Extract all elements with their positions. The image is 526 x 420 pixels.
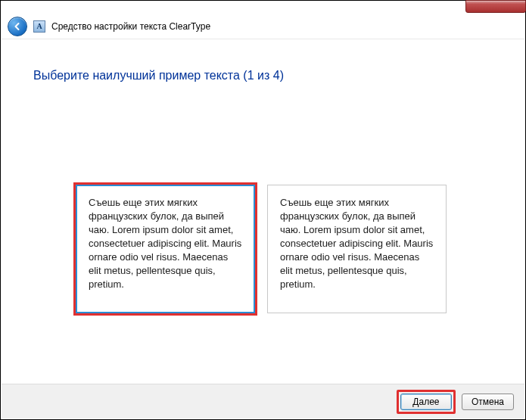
page-heading: Выберите наилучший пример текста (1 из 4… xyxy=(33,69,284,82)
header-bar: A Средство настройки текста ClearType xyxy=(2,14,524,39)
next-button[interactable]: Далее xyxy=(400,394,452,410)
footer-bar: Далее Отмена xyxy=(2,384,524,418)
cancel-button[interactable]: Отмена xyxy=(462,394,514,410)
text-sample-1[interactable]: Съешь еще этих мягких французских булок,… xyxy=(76,185,255,313)
back-button[interactable] xyxy=(8,17,27,36)
window-title: Средство настройки текста ClearType xyxy=(51,21,210,32)
back-arrow-icon xyxy=(12,21,23,32)
sample-wrap: Съешь еще этих мягких французских булок,… xyxy=(265,182,449,316)
next-button-highlight: Далее xyxy=(397,390,456,414)
wizard-window: A Средство настройки текста ClearType Вы… xyxy=(0,0,526,420)
content-area: Выберите наилучший пример текста (1 из 4… xyxy=(2,40,524,384)
sample-row: Съешь еще этих мягких французских булок,… xyxy=(73,182,449,316)
app-icon: A xyxy=(33,20,45,33)
sample-highlight: Съешь еще этих мягких французских булок,… xyxy=(73,182,257,316)
close-button[interactable] xyxy=(465,0,526,13)
text-sample-2[interactable]: Съешь еще этих мягких французских булок,… xyxy=(267,185,447,313)
